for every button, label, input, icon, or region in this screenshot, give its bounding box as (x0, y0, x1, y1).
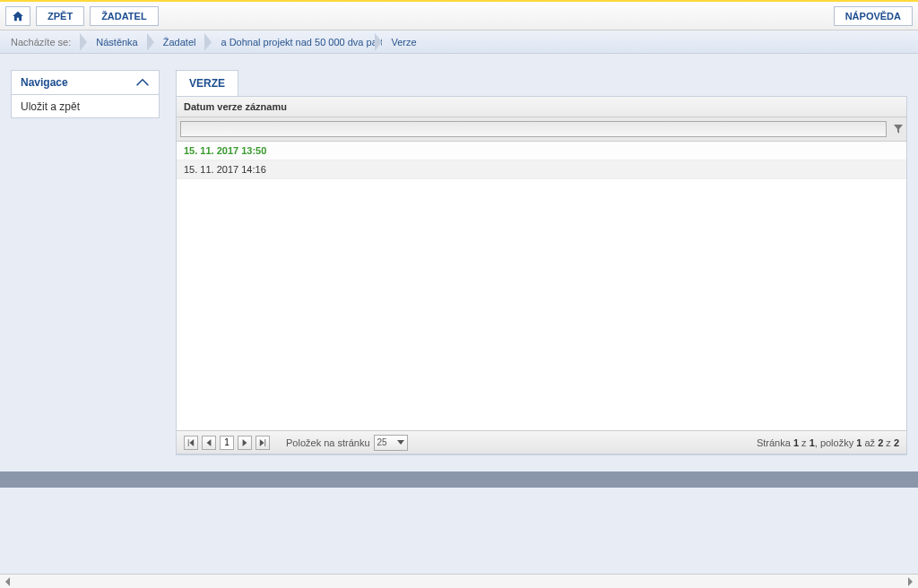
zadatel-button[interactable]: ŽADATEL (90, 6, 159, 26)
home-icon (12, 10, 24, 22)
nav-item-save-back[interactable]: Uložit a zpět (11, 95, 160, 118)
pager-pagesize-select[interactable]: 25 (374, 435, 408, 451)
pager-info: Stránka 1 z 1, položky 1 až 2 z 2 (757, 437, 899, 448)
grid-pager: Položek na stránku 25 Stránka 1 z 1, pol… (177, 430, 906, 454)
pager-page-input[interactable] (220, 436, 234, 450)
nav-title: Navigace (21, 76, 68, 89)
scroll-right-icon (905, 577, 914, 586)
breadcrumb-item-project[interactable]: a Dohnal projekt nad 50 000 dva partneři… (212, 30, 382, 54)
grid-row[interactable]: 15. 11. 2017 13:50 (177, 142, 906, 160)
pager-prev-button[interactable] (202, 436, 216, 450)
nav-header[interactable]: Navigace (11, 70, 160, 95)
panel-filler (176, 454, 907, 455)
breadcrumb-label: Nacházíte se: (7, 30, 87, 54)
pager-pagesize-value: 25 (377, 437, 387, 447)
grid-column-header[interactable]: Datum verze záznamu (177, 97, 906, 117)
footer-stripe (0, 471, 918, 488)
pager-next-button[interactable] (238, 436, 252, 450)
grid-filter-input[interactable] (180, 121, 887, 137)
content-area: Navigace Uložit a zpět VERZE Datum verze… (0, 54, 918, 471)
back-button[interactable]: ZPĚT (36, 6, 84, 26)
home-button[interactable] (5, 6, 30, 26)
breadcrumb-item-verze: Verze (382, 30, 432, 54)
chevron-down-icon (397, 440, 404, 445)
grid: Datum verze záznamu 15. 11. 2017 13:50 1… (176, 96, 907, 454)
help-button[interactable]: NÁPOVĚDA (834, 6, 913, 26)
pager-last-button[interactable] (255, 436, 270, 450)
chevron-up-icon (135, 78, 150, 87)
breadcrumb-item-zadatel[interactable]: Žadatel (154, 30, 212, 54)
first-icon (187, 439, 195, 446)
grid-row[interactable]: 15. 11. 2017 14:16 (177, 160, 906, 179)
tab-verze[interactable]: VERZE (176, 70, 238, 96)
grid-body: 15. 11. 2017 13:50 15. 11. 2017 14:16 (177, 142, 906, 430)
breadcrumb: Nacházíte se: Nástěnka Žadatel a Dohnal … (0, 30, 918, 54)
topbar: ZPĚT ŽADATEL NÁPOVĚDA (0, 0, 918, 30)
breadcrumb-item-nastenka[interactable]: Nástěnka (87, 30, 153, 54)
filter-icon (894, 125, 903, 134)
grid-filter-row (177, 117, 906, 142)
prev-icon (205, 439, 212, 446)
below-footer (0, 488, 918, 574)
scroll-left-icon (4, 577, 13, 586)
filter-button[interactable] (890, 117, 906, 141)
horizontal-scrollbar[interactable] (0, 574, 918, 588)
next-icon (241, 439, 248, 446)
last-icon (259, 439, 266, 446)
pager-first-button[interactable] (184, 436, 198, 450)
main-panel: VERZE Datum verze záznamu 15. 11. 2017 1… (176, 70, 907, 455)
pager-items-label: Položek na stránku (286, 437, 370, 448)
tab-row: VERZE (176, 70, 907, 96)
side-panel: Navigace Uložit a zpět (11, 70, 160, 455)
